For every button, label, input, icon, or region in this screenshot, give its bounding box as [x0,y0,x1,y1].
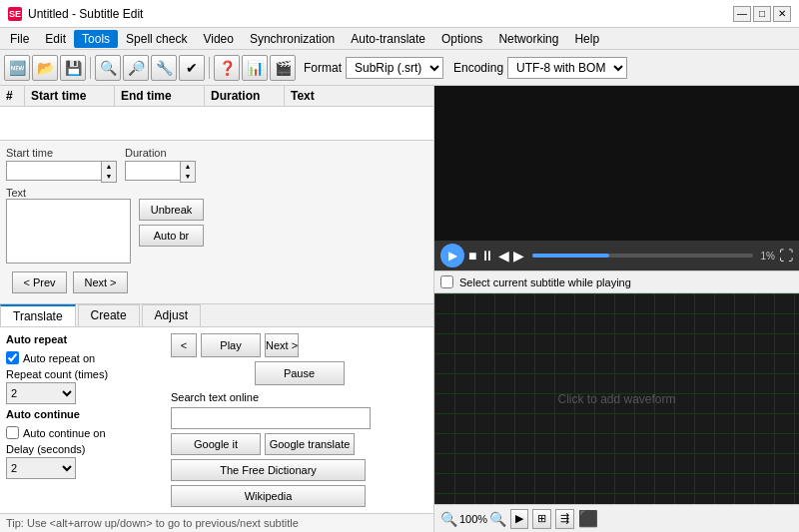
video-frame-fwd[interactable]: ▶ [513,248,524,264]
start-time-up[interactable]: ▲ [102,162,116,172]
bottom-panel: Translate Create Adjust Auto repeat Auto… [0,304,433,532]
search-btn-row2: The Free Dictionary [171,459,427,481]
edit-text-area: Text Unbreak Auto br [6,187,427,264]
menu-autotranslate[interactable]: Auto-translate [343,30,433,48]
video-frame-back[interactable]: ◀ [498,248,509,264]
auto-repeat-label: Auto repeat [6,333,161,345]
search-text-input[interactable] [171,407,371,429]
free-dictionary-button[interactable]: The Free Dictionary [171,459,366,481]
video-controls: ▶ ■ ⏸ ◀ ▶ 1% ⛶ [434,241,799,270]
unbreak-button[interactable]: Unbreak [139,199,204,221]
next-play-button[interactable]: Next > [265,333,299,357]
menu-tools[interactable]: Tools [74,30,118,48]
encoding-label: Encoding [453,61,503,75]
video-stop-button[interactable]: ■ [468,248,476,264]
table-header: # Start time End time Duration Text [0,86,433,107]
video-progress-bar[interactable] [532,254,752,258]
nav-row: < Prev Next > [6,267,427,297]
wikipedia-button[interactable]: Wikipedia [171,485,366,507]
waveform-button[interactable]: 📊 [242,55,268,81]
google-it-button[interactable]: Google it [171,433,261,455]
maximize-button[interactable]: □ [753,6,771,22]
format-select[interactable]: SubRip (.srt) [346,57,443,79]
right-panel: ▶ ■ ⏸ ◀ ▶ 1% ⛶ Select current subtitle w… [434,86,799,532]
findreplace-button[interactable]: 🔎 [123,55,149,81]
start-time-input[interactable]: 00:00:00.000 [6,161,101,181]
next-button[interactable]: Next > [73,271,128,293]
duration-up[interactable]: ▲ [181,162,195,172]
delay-select[interactable]: 2 [6,457,76,479]
open-button[interactable]: 📂 [32,55,58,81]
close-button[interactable]: ✕ [773,6,791,22]
help-button[interactable]: ❓ [214,55,240,81]
translate-tab-content: Auto repeat Auto repeat on Repeat count … [0,327,433,513]
start-time-spinner: ▲ ▼ [101,161,117,183]
col-num: # [0,86,25,106]
tab-adjust[interactable]: Adjust [142,304,201,326]
video-play-button[interactable]: ▶ [440,244,464,267]
tab-create[interactable]: Create [78,304,140,326]
col-text: Text [285,86,433,106]
waveform-marker: ⬛ [578,509,598,528]
app-title: Untitled - Subtitle Edit [28,7,143,21]
play-button[interactable]: Play [201,333,261,357]
tab-translate[interactable]: Translate [0,304,76,326]
google-translate-button[interactable]: Google translate [265,433,355,455]
menu-video[interactable]: Video [195,30,241,48]
translate-col2: < Play Next > Pause Search text online G… [171,333,427,507]
pause-button[interactable]: Pause [255,361,345,385]
text-wrapper: Text [6,187,131,264]
auto-repeat-on-label: Auto repeat on [23,352,95,364]
menu-help[interactable]: Help [566,30,607,48]
tip-text: Tip: Use <alt+arrow up/down> to go to pr… [6,517,299,529]
toolbar: 🆕 📂 💾 🔍 🔎 🔧 ✔ ❓ 📊 🎬 Format SubRip (.srt)… [0,50,799,86]
auto-continue-on-checkbox[interactable] [6,426,19,439]
text-buttons: Unbreak Auto br [139,199,204,264]
subtitle-text-input[interactable] [6,199,131,264]
video-fullscreen[interactable]: ⛶ [779,248,793,264]
menu-options[interactable]: Options [433,30,490,48]
col-start: Start time [25,86,115,106]
subtitle-while-playing-checkbox[interactable] [440,275,453,288]
menu-sync[interactable]: Synchronization [242,30,343,48]
title-bar-controls[interactable]: — □ ✕ [733,6,791,22]
title-bar: SE Untitled - Subtitle Edit — □ ✕ [0,0,799,28]
video-pause-button[interactable]: ⏸ [480,248,494,264]
menu-file[interactable]: File [2,30,37,48]
col-dur: Duration [205,86,285,106]
fix-button[interactable]: 🔧 [151,55,177,81]
waveform-area[interactable]: Click to add waveform [434,293,799,504]
duration-group: Duration 0.000 ▲ ▼ [125,147,196,183]
new-button[interactable]: 🆕 [4,55,30,81]
search-input-row [171,407,427,429]
start-time-down[interactable]: ▼ [102,172,116,182]
prev-button[interactable]: < Prev [12,271,67,293]
minimize-button[interactable]: — [733,6,751,22]
prev-play-button[interactable]: < [171,333,197,357]
video-button[interactable]: 🎬 [270,55,296,81]
edit-area: Start time 00:00:00.000 ▲ ▼ Duration 0.0… [0,141,433,304]
menu-networking[interactable]: Networking [490,30,566,48]
waveform-play-button[interactable]: ▶ [510,509,528,529]
zoom-out-icon[interactable]: 🔍 [440,511,457,527]
menu-spellcheck[interactable]: Spell check [118,30,195,48]
waveform-toolbar: 🔍 100% 🔍 ▶ ⊞ ⇶ ⬛ [434,504,799,532]
save-button[interactable]: 💾 [60,55,86,81]
repeat-count-select[interactable]: 2 [6,382,76,404]
spell-button[interactable]: ✔ [179,55,205,81]
waveform-insert-button[interactable]: ⊞ [532,509,551,529]
duration-down[interactable]: ▼ [181,172,195,182]
duration-input[interactable]: 0.000 [125,161,180,181]
find-button[interactable]: 🔍 [95,55,121,81]
waveform-nav-button[interactable]: ⇶ [555,509,574,529]
search-label: Search text online [171,391,427,403]
auto-continue-label: Auto continue [6,408,161,420]
text-label: Text [6,187,131,199]
title-bar-left: SE Untitled - Subtitle Edit [8,7,143,21]
auto-repeat-on-checkbox[interactable] [6,351,19,364]
encoding-select[interactable]: UTF-8 with BOM [507,57,627,79]
auto-continue-on-row: Auto continue on [6,426,161,439]
auto-br-button[interactable]: Auto br [139,225,204,247]
zoom-in-icon[interactable]: 🔍 [489,511,506,527]
menu-edit[interactable]: Edit [37,30,74,48]
